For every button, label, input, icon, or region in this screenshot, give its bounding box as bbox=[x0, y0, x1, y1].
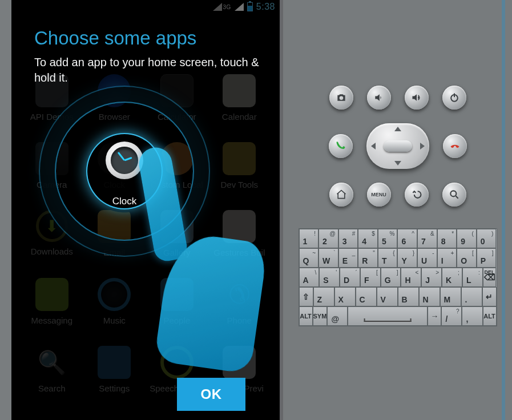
dpad-left-icon bbox=[371, 143, 376, 150]
app-music[interactable]: Music bbox=[84, 278, 145, 325]
ok-button[interactable]: OK bbox=[177, 378, 245, 411]
ok-button-label: OK bbox=[201, 386, 222, 402]
key-n[interactable]: N bbox=[419, 287, 440, 306]
key-j[interactable]: J> bbox=[421, 268, 442, 287]
app-email[interactable]: Email bbox=[84, 210, 145, 257]
key-9[interactable]: 9( bbox=[457, 229, 477, 248]
hardware-keyboard: 1!2@3#4$5%6^7&8*9(0)Q~W`E_R"T{Y}U-I+O[P]… bbox=[299, 228, 497, 326]
call-button[interactable] bbox=[329, 134, 353, 158]
key-at[interactable]: @ bbox=[327, 306, 348, 326]
app-settings[interactable]: Settings bbox=[84, 346, 145, 393]
key-arrow[interactable]: → bbox=[428, 306, 441, 326]
key-e[interactable]: E_ bbox=[338, 248, 358, 268]
search-app-icon: 🔍 bbox=[35, 346, 68, 379]
key-r[interactable]: R" bbox=[358, 248, 378, 268]
widget-icon bbox=[223, 346, 256, 379]
overlay-title: Choose some apps bbox=[34, 27, 263, 49]
power-icon bbox=[449, 92, 460, 103]
clock-icon bbox=[98, 142, 131, 175]
key-b[interactable]: B bbox=[398, 287, 419, 306]
app-phone[interactable]: ✆Phone bbox=[209, 278, 270, 325]
key-4[interactable]: 4$ bbox=[358, 229, 378, 248]
key-0[interactable]: 0) bbox=[477, 229, 497, 248]
volume-up-icon bbox=[411, 92, 422, 103]
app-camera[interactable]: Camera bbox=[22, 142, 82, 189]
menu-button[interactable]: MENU bbox=[367, 183, 391, 207]
key-h[interactable]: H< bbox=[401, 268, 421, 287]
key-3[interactable]: 3# bbox=[338, 229, 358, 248]
app-people[interactable]: People bbox=[147, 278, 207, 325]
emulator-controls-pane: MENU 1!2@3#4$5%6^7&8*9(0)Q~W`E_R"T{Y}U-I… bbox=[280, 0, 512, 420]
dpad-center[interactable] bbox=[384, 140, 412, 152]
key-m[interactable]: M bbox=[440, 287, 461, 306]
key-,[interactable]: , bbox=[462, 306, 482, 326]
app-clock[interactable]: Clock bbox=[84, 142, 145, 189]
overlay-subtitle: To add an app to your home screen, touch… bbox=[34, 55, 263, 86]
key-a[interactable]: A\ bbox=[299, 268, 320, 287]
volume-down-button[interactable] bbox=[367, 86, 391, 110]
end-call-button[interactable] bbox=[443, 134, 467, 158]
key-alt[interactable]: ALT bbox=[299, 306, 313, 326]
key-f[interactable]: F[ bbox=[360, 268, 381, 287]
app-downloads[interactable]: ⬇Downloads bbox=[22, 210, 82, 257]
key-alt[interactable]: ALT bbox=[483, 306, 497, 326]
key-t[interactable]: T{ bbox=[378, 248, 398, 268]
network-label: 3G bbox=[223, 4, 231, 10]
key-x[interactable]: X bbox=[334, 287, 356, 306]
home-icon bbox=[336, 189, 347, 200]
battery-icon bbox=[247, 2, 253, 11]
key-5[interactable]: 5% bbox=[378, 229, 398, 248]
key-1[interactable]: 1! bbox=[299, 229, 319, 248]
key-l[interactable]: L: bbox=[462, 268, 483, 287]
key-g[interactable]: G] bbox=[381, 268, 401, 287]
key-y[interactable]: Y} bbox=[397, 248, 417, 268]
key-i[interactable]: I+ bbox=[437, 248, 457, 268]
key-u[interactable]: U- bbox=[417, 248, 437, 268]
power-button[interactable] bbox=[442, 86, 466, 110]
phone-screen: 3G 5:38 API Demos Browser Calculator Cal… bbox=[11, 0, 280, 420]
key-8[interactable]: 8* bbox=[437, 229, 457, 248]
key-d[interactable]: Dˊ bbox=[340, 268, 360, 287]
home-button[interactable] bbox=[329, 183, 353, 207]
app-search[interactable]: 🔍Search bbox=[22, 346, 82, 393]
volume-down-icon bbox=[373, 92, 385, 103]
back-button[interactable] bbox=[405, 183, 429, 207]
key-7[interactable]: 7& bbox=[417, 229, 437, 248]
music-icon bbox=[98, 278, 131, 311]
speech-icon bbox=[160, 346, 193, 379]
key-s[interactable]: S' bbox=[319, 268, 340, 287]
email-icon bbox=[98, 210, 131, 243]
key-p[interactable]: P] bbox=[477, 248, 497, 268]
app-grid: API Demos Browser Calculator Calendar Ca… bbox=[22, 74, 269, 393]
camera-button[interactable] bbox=[329, 86, 353, 110]
dpad[interactable] bbox=[366, 123, 429, 169]
key-2[interactable]: 2@ bbox=[319, 229, 338, 248]
key-space[interactable] bbox=[348, 306, 428, 326]
app-gestures-builder[interactable]: Gestures Buil bbox=[209, 210, 270, 257]
key-del[interactable]: DEL⌫ bbox=[483, 268, 497, 287]
key-q[interactable]: Q~ bbox=[299, 248, 319, 268]
key-v[interactable]: V bbox=[377, 287, 398, 306]
search-button[interactable] bbox=[442, 183, 466, 207]
app-messaging[interactable]: Messaging bbox=[22, 278, 82, 325]
key-.[interactable]: . bbox=[461, 287, 482, 306]
status-bar: 3G 5:38 bbox=[208, 0, 280, 14]
app-gallery[interactable]: Gallery bbox=[147, 210, 207, 257]
app-dev-tools[interactable]: Dev Tools bbox=[209, 142, 270, 189]
key-enter[interactable]: ↵ bbox=[482, 287, 497, 306]
key-shift[interactable]: ⇧ bbox=[299, 287, 313, 306]
key-c[interactable]: C bbox=[356, 287, 377, 306]
menu-button-label: MENU bbox=[371, 192, 386, 197]
key-o[interactable]: O[ bbox=[457, 248, 477, 268]
custom-locale-icon bbox=[160, 142, 193, 175]
key-/[interactable]: /? bbox=[441, 306, 462, 326]
dev-tools-icon bbox=[223, 142, 256, 175]
messaging-icon bbox=[35, 278, 68, 311]
volume-up-button[interactable] bbox=[405, 86, 429, 110]
app-custom-locale[interactable]: Custom Local bbox=[147, 142, 207, 189]
key-z[interactable]: Z bbox=[313, 287, 334, 306]
key-6[interactable]: 6^ bbox=[397, 229, 417, 248]
key-sym[interactable]: SYM bbox=[313, 306, 328, 326]
key-k[interactable]: K; bbox=[442, 268, 462, 287]
key-w[interactable]: W` bbox=[319, 248, 338, 268]
